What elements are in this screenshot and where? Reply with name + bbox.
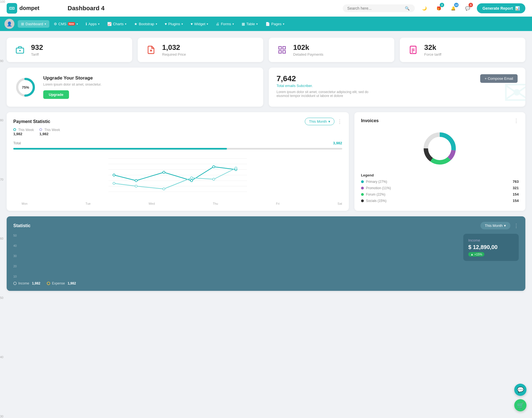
- income-arrow-up: ▲: [470, 253, 474, 256]
- charts-icon: 📈: [107, 22, 112, 26]
- email-info: 7,642 Total emails Subcriber. Lorem ipsu…: [277, 74, 382, 98]
- legend-label-primary: Primary (27%): [366, 180, 513, 184]
- upgrade-button[interactable]: Upgrade: [43, 90, 69, 99]
- detailed-payments-icon: [275, 43, 289, 57]
- income-amount: $ 12,890,00: [468, 244, 514, 250]
- payment-chart-title: Payment Statistic: [13, 119, 50, 124]
- charts-row: Payment Statistic This Month ▾ ⋮ This We…: [7, 112, 525, 211]
- nav-item-cms[interactable]: ⚙ CMS New ▾: [50, 20, 81, 28]
- legend-week2-label: This Week: [44, 128, 60, 132]
- legend-heading: Legend: [361, 173, 519, 177]
- nav-item-widget[interactable]: ♥ Widget ▾: [187, 20, 211, 28]
- payment-chart-header: Payment Statistic This Month ▾ ⋮: [13, 118, 342, 125]
- svg-point-33: [235, 167, 237, 169]
- moon-icon: 🌙: [422, 6, 427, 11]
- moon-toggle[interactable]: 🌙: [419, 3, 429, 13]
- income-box: Income $ 12,890,00 ▲ +15%: [463, 234, 519, 261]
- nav-item-forms[interactable]: 🖨 Forms ▾: [213, 20, 237, 28]
- generate-report-button[interactable]: Generate Report 📊: [477, 3, 525, 13]
- svg-point-31: [190, 177, 193, 179]
- nav-item-plugins[interactable]: ♥ Plugins ▾: [162, 20, 186, 28]
- stat-card-tariff: 932 Tariff: [7, 38, 132, 62]
- email-bg-icon: ✉: [503, 74, 525, 107]
- bar-chart-wrapper: 50 40 30 20 10: [13, 234, 457, 285]
- email-card: 7,642 Total emails Subcriber. Lorem ipsu…: [269, 68, 525, 107]
- nav-item-apps[interactable]: ℹ Apps ▾: [82, 20, 103, 28]
- invoice-legend-item-3: Socials (15%) 154: [361, 199, 519, 203]
- legend-val-forum: 154: [513, 192, 519, 196]
- logo-area: dompet: [7, 3, 57, 14]
- detailed-payments-value: 102k: [293, 43, 323, 52]
- table-arrow: ▾: [256, 22, 258, 25]
- total-value: 3,982: [333, 141, 342, 145]
- nav-label-dashboard: Dashboard: [25, 22, 43, 26]
- statistic-section: Statistic This Month ▾ ⋮ 50 40 30 20: [7, 216, 525, 291]
- invoices-title: Invoices: [361, 118, 379, 123]
- nav-label-bootstrap: Bootstrap: [139, 22, 154, 26]
- dashboard-icon: ⊞: [21, 22, 24, 26]
- app-title: Dashboard 4: [68, 5, 338, 12]
- nav-item-table[interactable]: ▦ Table ▾: [238, 20, 261, 28]
- nav-label-charts: Charts: [113, 22, 124, 26]
- force-tariff-label: Force tariff: [424, 52, 441, 57]
- email-number: 7,642: [277, 74, 382, 83]
- search-bar[interactable]: 🔍: [343, 4, 415, 12]
- legend-week1: This Week 1,982: [13, 127, 34, 136]
- nav-label-apps: Apps: [88, 22, 97, 26]
- income-legend-label: Income: [18, 281, 29, 285]
- pages-icon: 📄: [265, 22, 270, 26]
- storage-description: Lorem ipsum dolor sit amet, onsectetur.: [43, 83, 101, 86]
- nav-item-pages[interactable]: 📄 Pages ▾: [262, 20, 288, 28]
- x-axis-labels: Mon Tue Wed Thu Fri Sat: [13, 201, 342, 205]
- tariff-icon: [13, 43, 27, 57]
- this-month-arrow: ▾: [328, 119, 330, 124]
- chat-badge: 5: [469, 3, 473, 7]
- chat-btn[interactable]: 💬 5: [462, 3, 472, 13]
- forms-icon: 🖨: [216, 22, 219, 26]
- email-description: Lorem ipsum dolor sit amet, consectetur …: [277, 90, 382, 98]
- invoice-legend-item-0: Primary (27%) 763: [361, 179, 519, 184]
- expense-legend-label: Expense: [52, 281, 65, 285]
- legend-label-promotion: Promotion (11%): [366, 186, 513, 190]
- statistic-menu-dots[interactable]: ⋮: [514, 223, 519, 229]
- legend-dot-forum: [361, 193, 364, 196]
- widget-arrow: ▾: [207, 22, 208, 25]
- this-month-button[interactable]: This Month ▾: [305, 118, 334, 125]
- force-tariff-icon: [406, 43, 420, 57]
- storage-info: Upgrade Your Storage Lorem ipsum dolor s…: [43, 75, 101, 99]
- statistic-legend-row: Income 1,982 Expense 1,982: [13, 281, 457, 285]
- legend-dot-promotion: [361, 187, 364, 189]
- bar-chart-with-labels: 50 40 30 20 10: [13, 234, 457, 278]
- search-input[interactable]: [347, 6, 403, 11]
- legend-week2-value: 1,982: [39, 132, 60, 136]
- legend-label-socials: Socials (15%): [366, 199, 513, 203]
- nav-label-cms: CMS: [58, 22, 66, 26]
- legend-label-forum: Forum (22%): [366, 193, 513, 196]
- header-icons: 🌙 🎁 2 🔔 12 💬 5: [419, 3, 472, 13]
- search-icon[interactable]: 🔍: [405, 6, 410, 11]
- invoices-menu-dots[interactable]: ⋮: [514, 118, 519, 124]
- income-box-label: Income: [468, 238, 514, 242]
- svg-point-28: [113, 182, 115, 184]
- payment-menu-dots[interactable]: ⋮: [337, 119, 342, 125]
- nav-item-bootstrap[interactable]: ★ Bootstrap ▾: [131, 20, 160, 28]
- gift-badge: 2: [440, 3, 444, 7]
- expense-legend-value: 1,982: [68, 281, 76, 285]
- svg-rect-5: [279, 47, 281, 49]
- generate-btn-label: Generate Report: [482, 6, 513, 11]
- detailed-payments-text: 102k Detailed Payments: [293, 43, 323, 57]
- nav-item-charts[interactable]: 📈 Charts ▾: [104, 20, 130, 28]
- statistic-this-month-button[interactable]: This Month ▾: [480, 222, 510, 229]
- cms-icon: ⚙: [54, 22, 57, 26]
- storage-card: 75% Upgrade Your Storage Lorem ipsum dol…: [7, 68, 263, 107]
- expense-legend-item: Expense 1,982: [47, 281, 76, 285]
- nav-label-table: Table: [246, 22, 255, 26]
- income-change-value: +15%: [474, 253, 482, 256]
- nav-item-dashboard[interactable]: ⊞ Dashboard ▾: [18, 20, 49, 28]
- stat-cards-grid: 932 Tariff 1,032 Required Price 102k Det…: [7, 38, 525, 62]
- storage-percent-label: 75%: [22, 85, 29, 89]
- bell-btn[interactable]: 🔔 12: [448, 3, 458, 13]
- gift-btn[interactable]: 🎁 2: [434, 3, 444, 13]
- generate-icon: 📊: [515, 6, 520, 11]
- line-chart-area: Mon Tue Wed Thu Fri Sat: [13, 153, 342, 205]
